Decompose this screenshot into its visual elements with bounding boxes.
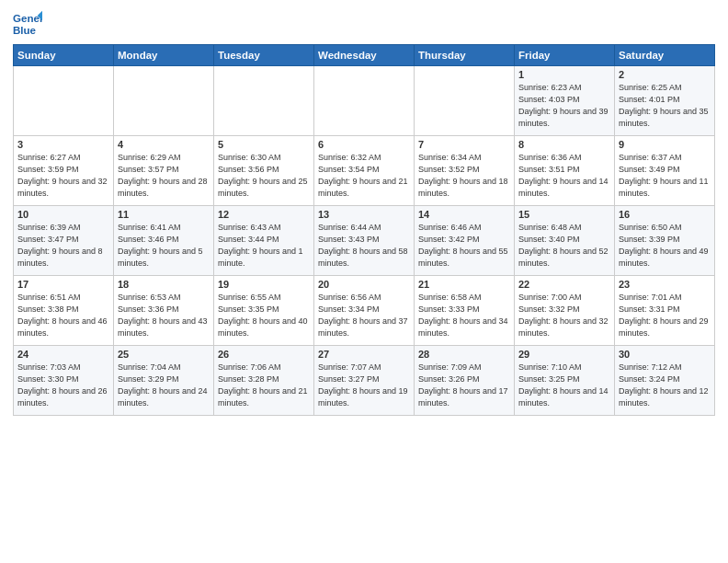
logo-icon: General Blue (13, 9, 42, 39)
day-info: Sunrise: 7:12 AM Sunset: 3:24 PM Dayligh… (619, 362, 711, 409)
day-cell (214, 66, 314, 136)
day-number: 7 (418, 139, 510, 150)
day-number: 29 (518, 349, 610, 360)
day-info: Sunrise: 7:06 AM Sunset: 3:28 PM Dayligh… (218, 362, 310, 409)
day-number: 21 (418, 279, 510, 290)
day-cell: 19Sunrise: 6:55 AM Sunset: 3:35 PM Dayli… (214, 276, 314, 346)
header-row: SundayMondayTuesdayWednesdayThursdayFrid… (14, 45, 715, 66)
day-cell: 25Sunrise: 7:04 AM Sunset: 3:29 PM Dayli… (114, 346, 214, 416)
day-info: Sunrise: 6:48 AM Sunset: 3:40 PM Dayligh… (518, 222, 610, 270)
col-header-friday: Friday (515, 45, 615, 66)
day-info: Sunrise: 7:03 AM Sunset: 3:30 PM Dayligh… (17, 362, 109, 409)
day-cell: 23Sunrise: 7:01 AM Sunset: 3:31 PM Dayli… (615, 276, 715, 346)
day-cell (314, 66, 415, 136)
day-cell: 20Sunrise: 6:56 AM Sunset: 3:34 PM Dayli… (314, 276, 415, 346)
week-row-1: 1Sunrise: 6:23 AM Sunset: 4:03 PM Daylig… (14, 66, 715, 136)
col-header-wednesday: Wednesday (314, 45, 415, 66)
day-number: 3 (17, 139, 109, 150)
day-info: Sunrise: 6:34 AM Sunset: 3:52 PM Dayligh… (418, 152, 510, 200)
day-cell: 16Sunrise: 6:50 AM Sunset: 3:39 PM Dayli… (615, 206, 715, 276)
day-number: 18 (118, 279, 210, 290)
day-info: Sunrise: 6:27 AM Sunset: 3:59 PM Dayligh… (17, 152, 109, 200)
day-info: Sunrise: 6:44 AM Sunset: 3:43 PM Dayligh… (318, 222, 410, 270)
day-cell: 11Sunrise: 6:41 AM Sunset: 3:46 PM Dayli… (114, 206, 214, 276)
day-number: 30 (619, 349, 711, 360)
day-cell: 29Sunrise: 7:10 AM Sunset: 3:25 PM Dayli… (515, 346, 615, 416)
day-number: 11 (118, 209, 210, 220)
day-info: Sunrise: 6:55 AM Sunset: 3:35 PM Dayligh… (218, 292, 310, 339)
day-info: Sunrise: 6:29 AM Sunset: 3:57 PM Dayligh… (118, 152, 210, 200)
day-number: 23 (619, 279, 711, 290)
day-info: Sunrise: 6:39 AM Sunset: 3:47 PM Dayligh… (17, 222, 109, 270)
day-info: Sunrise: 6:43 AM Sunset: 3:44 PM Dayligh… (218, 222, 310, 270)
day-number: 1 (518, 69, 610, 80)
day-cell: 21Sunrise: 6:58 AM Sunset: 3:33 PM Dayli… (415, 276, 515, 346)
col-header-tuesday: Tuesday (214, 45, 314, 66)
day-cell (114, 66, 214, 136)
day-number: 2 (619, 69, 711, 80)
col-header-sunday: Sunday (14, 45, 114, 66)
day-cell (14, 66, 114, 136)
day-cell: 15Sunrise: 6:48 AM Sunset: 3:40 PM Dayli… (515, 206, 615, 276)
calendar-page: General Blue SundayMondayTuesdayWednesda… (0, 0, 728, 563)
day-info: Sunrise: 7:01 AM Sunset: 3:31 PM Dayligh… (619, 292, 711, 339)
day-info: Sunrise: 6:51 AM Sunset: 3:38 PM Dayligh… (17, 292, 109, 339)
day-number: 6 (318, 139, 410, 150)
day-info: Sunrise: 6:46 AM Sunset: 3:42 PM Dayligh… (418, 222, 510, 270)
week-row-2: 3Sunrise: 6:27 AM Sunset: 3:59 PM Daylig… (14, 136, 715, 206)
day-info: Sunrise: 6:36 AM Sunset: 3:51 PM Dayligh… (518, 152, 610, 200)
day-number: 15 (518, 209, 610, 220)
svg-text:Blue: Blue (13, 25, 37, 36)
day-number: 10 (17, 209, 109, 220)
day-number: 4 (118, 139, 210, 150)
day-info: Sunrise: 6:53 AM Sunset: 3:36 PM Dayligh… (118, 292, 210, 339)
calendar-table: SundayMondayTuesdayWednesdayThursdayFrid… (13, 44, 715, 416)
day-info: Sunrise: 7:04 AM Sunset: 3:29 PM Dayligh… (118, 362, 210, 409)
day-number: 28 (418, 349, 510, 360)
week-row-4: 17Sunrise: 6:51 AM Sunset: 3:38 PM Dayli… (14, 276, 715, 346)
day-cell: 24Sunrise: 7:03 AM Sunset: 3:30 PM Dayli… (14, 346, 114, 416)
day-cell: 27Sunrise: 7:07 AM Sunset: 3:27 PM Dayli… (314, 346, 415, 416)
day-number: 14 (418, 209, 510, 220)
logo: General Blue (13, 9, 42, 39)
day-info: Sunrise: 6:50 AM Sunset: 3:39 PM Dayligh… (619, 222, 711, 270)
day-info: Sunrise: 6:56 AM Sunset: 3:34 PM Dayligh… (318, 292, 410, 339)
day-number: 24 (17, 349, 109, 360)
day-info: Sunrise: 6:41 AM Sunset: 3:46 PM Dayligh… (118, 222, 210, 270)
day-number: 19 (218, 279, 310, 290)
day-cell: 12Sunrise: 6:43 AM Sunset: 3:44 PM Dayli… (214, 206, 314, 276)
day-number: 16 (619, 209, 711, 220)
day-number: 9 (619, 139, 711, 150)
day-number: 26 (218, 349, 310, 360)
col-header-thursday: Thursday (415, 45, 515, 66)
day-cell: 1Sunrise: 6:23 AM Sunset: 4:03 PM Daylig… (515, 66, 615, 136)
day-info: Sunrise: 6:23 AM Sunset: 4:03 PM Dayligh… (518, 82, 610, 130)
day-cell: 26Sunrise: 7:06 AM Sunset: 3:28 PM Dayli… (214, 346, 314, 416)
day-cell: 13Sunrise: 6:44 AM Sunset: 3:43 PM Dayli… (314, 206, 415, 276)
day-cell: 22Sunrise: 7:00 AM Sunset: 3:32 PM Dayli… (515, 276, 615, 346)
svg-text:General: General (13, 13, 42, 24)
day-cell: 30Sunrise: 7:12 AM Sunset: 3:24 PM Dayli… (615, 346, 715, 416)
day-info: Sunrise: 6:58 AM Sunset: 3:33 PM Dayligh… (418, 292, 510, 339)
day-number: 27 (318, 349, 410, 360)
col-header-saturday: Saturday (615, 45, 715, 66)
day-cell: 28Sunrise: 7:09 AM Sunset: 3:26 PM Dayli… (415, 346, 515, 416)
col-header-monday: Monday (114, 45, 214, 66)
day-cell: 3Sunrise: 6:27 AM Sunset: 3:59 PM Daylig… (14, 136, 114, 206)
header: General Blue (13, 9, 715, 39)
day-cell: 7Sunrise: 6:34 AM Sunset: 3:52 PM Daylig… (415, 136, 515, 206)
day-number: 17 (17, 279, 109, 290)
day-info: Sunrise: 6:25 AM Sunset: 4:01 PM Dayligh… (619, 82, 711, 130)
day-cell (415, 66, 515, 136)
day-cell: 10Sunrise: 6:39 AM Sunset: 3:47 PM Dayli… (14, 206, 114, 276)
day-info: Sunrise: 6:32 AM Sunset: 3:54 PM Dayligh… (318, 152, 410, 200)
day-cell: 9Sunrise: 6:37 AM Sunset: 3:49 PM Daylig… (615, 136, 715, 206)
day-cell: 5Sunrise: 6:30 AM Sunset: 3:56 PM Daylig… (214, 136, 314, 206)
day-number: 5 (218, 139, 310, 150)
day-number: 20 (318, 279, 410, 290)
day-number: 22 (518, 279, 610, 290)
day-info: Sunrise: 6:37 AM Sunset: 3:49 PM Dayligh… (619, 152, 711, 200)
day-cell: 14Sunrise: 6:46 AM Sunset: 3:42 PM Dayli… (415, 206, 515, 276)
day-info: Sunrise: 6:30 AM Sunset: 3:56 PM Dayligh… (218, 152, 310, 200)
day-number: 12 (218, 209, 310, 220)
